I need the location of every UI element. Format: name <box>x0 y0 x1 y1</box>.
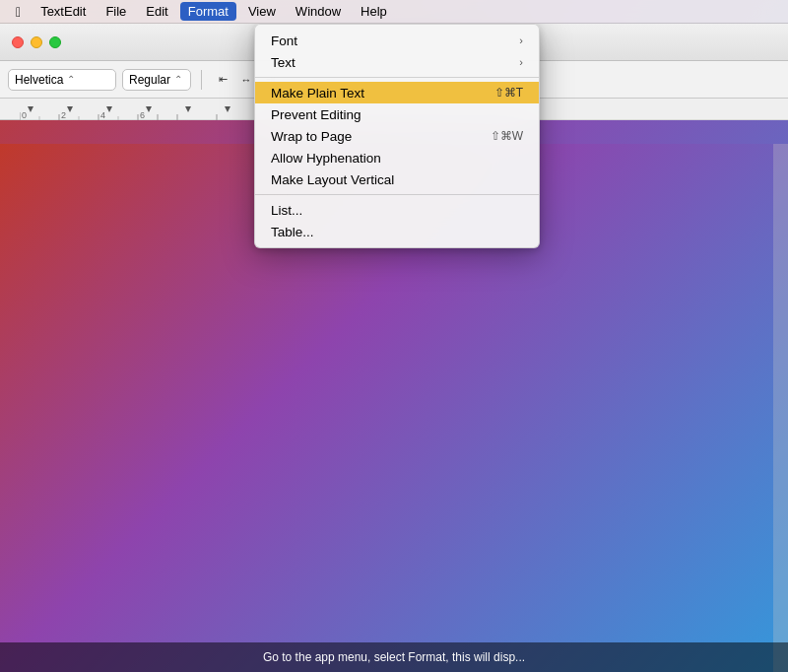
menu-view[interactable]: View <box>240 2 284 21</box>
menu-item-prevent-editing-label: Prevent Editing <box>271 107 523 122</box>
font-name-chevron-icon: ⌃ <box>67 74 75 85</box>
menu-item-list[interactable]: List... <box>255 199 539 221</box>
menu-textedit[interactable]: TextEdit <box>33 2 94 21</box>
text-submenu-arrow-icon: › <box>519 56 523 68</box>
menu-item-allow-hyphenation-label: Allow Hyphenation <box>271 151 523 166</box>
font-style-label: Regular <box>129 73 170 87</box>
font-style-selector[interactable]: Regular ⌃ <box>122 69 191 91</box>
menu-edit[interactable]: Edit <box>138 2 175 21</box>
menu-item-wrap-to-page-label: Wrap to Page <box>271 129 491 144</box>
maximize-button[interactable] <box>49 36 61 48</box>
menu-item-table[interactable]: Table... <box>255 221 539 242</box>
menu-item-table-label: Table... <box>271 225 523 239</box>
menu-item-make-plain-text-label: Make Plain Text <box>271 86 494 101</box>
menu-format[interactable]: Format <box>180 2 236 21</box>
menu-item-make-layout-vertical-label: Make Layout Vertical <box>271 172 523 187</box>
menu-separator-2 <box>255 194 539 195</box>
menu-item-make-layout-vertical[interactable]: Make Layout Vertical <box>255 168 539 190</box>
format-menu: Font › Text › Make Plain Text ⇧⌘T Preven… <box>254 24 540 248</box>
menu-item-font[interactable]: Font › <box>255 30 539 51</box>
close-button[interactable] <box>12 36 24 48</box>
font-name-label: Helvetica <box>15 73 63 87</box>
apple-menu-icon[interactable]:  <box>8 4 29 20</box>
menu-bar:  TextEdit File Edit Format View Window … <box>0 0 788 24</box>
menu-separator-1 <box>255 77 539 78</box>
font-submenu-arrow-icon: › <box>519 34 523 46</box>
menu-file[interactable]: File <box>98 2 134 21</box>
align-left-button[interactable]: ⇤ <box>212 69 233 91</box>
menu-item-text-label: Text <box>271 55 519 70</box>
menu-item-wrap-to-page[interactable]: Wrap to Page ⇧⌘W <box>255 125 539 147</box>
menu-item-make-plain-text[interactable]: Make Plain Text ⇧⌘T <box>255 82 539 103</box>
menu-help[interactable]: Help <box>353 2 395 21</box>
svg-text:0: 0 <box>22 110 27 120</box>
font-style-chevron-icon: ⌃ <box>174 74 182 85</box>
svg-text:2: 2 <box>61 110 66 120</box>
bottom-hint-text: Go to the app menu, select Format, this … <box>263 650 525 664</box>
svg-text:6: 6 <box>140 110 145 120</box>
wrap-to-page-shortcut: ⇧⌘W <box>491 129 523 143</box>
menu-item-prevent-editing[interactable]: Prevent Editing <box>255 103 539 125</box>
vertical-scrollbar[interactable] <box>773 144 788 672</box>
menu-window[interactable]: Window <box>288 2 349 21</box>
menu-item-list-label: List... <box>271 203 523 218</box>
menu-item-allow-hyphenation[interactable]: Allow Hyphenation <box>255 147 539 168</box>
bottom-hint-bar: Go to the app menu, select Format, this … <box>0 642 788 672</box>
font-name-selector[interactable]: Helvetica ⌃ <box>8 69 116 91</box>
toolbar-separator-1 <box>201 70 202 90</box>
menu-item-text[interactable]: Text › <box>255 51 539 73</box>
menu-item-font-label: Font <box>271 34 519 48</box>
svg-text:4: 4 <box>100 110 105 120</box>
make-plain-text-shortcut: ⇧⌘T <box>494 86 523 100</box>
minimize-button[interactable] <box>31 36 42 48</box>
traffic-lights <box>12 36 61 48</box>
